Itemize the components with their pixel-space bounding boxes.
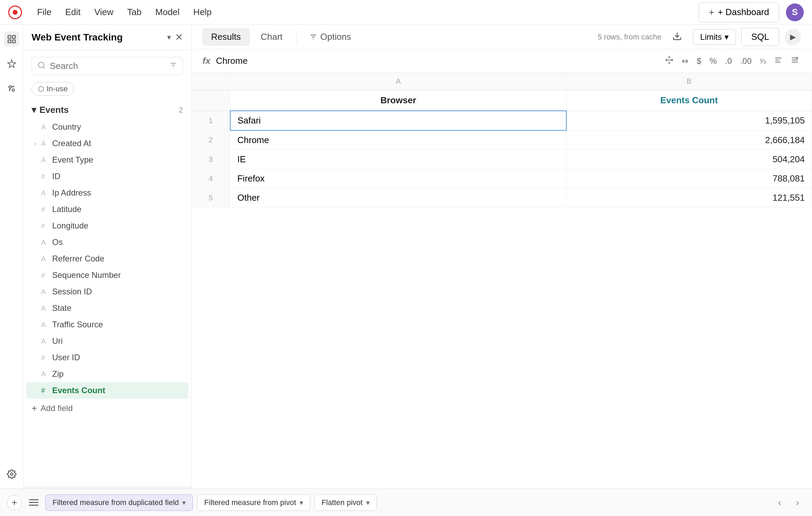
row-num-col bbox=[192, 90, 230, 111]
browser-cell[interactable]: Safari bbox=[230, 111, 566, 130]
sidebar-icon-settings[interactable] bbox=[4, 467, 19, 482]
filter-icon[interactable] bbox=[170, 61, 177, 71]
search-input[interactable] bbox=[50, 61, 165, 71]
tab-results[interactable]: Results bbox=[202, 28, 250, 45]
panel-dropdown-icon[interactable]: ▾ bbox=[167, 33, 171, 42]
options-button[interactable]: Options bbox=[302, 29, 358, 45]
num-type-icon: # bbox=[41, 354, 49, 362]
count-cell[interactable]: 788,081 bbox=[566, 169, 812, 188]
field-referrer-code[interactable]: A Referrer Code bbox=[26, 250, 188, 267]
browser-cell[interactable]: Firefox bbox=[230, 169, 566, 188]
events-count-field-header[interactable]: Events Count bbox=[566, 90, 812, 111]
sidebar-icon-grid[interactable] bbox=[4, 32, 19, 47]
svg-point-5 bbox=[12, 89, 14, 91]
menu-file[interactable]: File bbox=[30, 4, 58, 20]
text-type-icon: A bbox=[41, 321, 49, 329]
field-events-count[interactable]: # Events Count bbox=[26, 382, 188, 399]
format-align-left-icon[interactable] bbox=[772, 55, 785, 68]
count-cell[interactable]: 2,666,184 bbox=[566, 130, 812, 150]
text-type-icon: A bbox=[41, 337, 49, 345]
run-button[interactable]: ▶ bbox=[785, 29, 801, 45]
hamburger-menu-button[interactable] bbox=[26, 495, 41, 510]
table-row: 5 Other 121,551 bbox=[192, 188, 812, 208]
field-os[interactable]: A Os bbox=[26, 234, 188, 250]
num-type-icon: # bbox=[41, 222, 49, 230]
nav-next-button[interactable]: › bbox=[790, 495, 805, 510]
in-use-button[interactable]: ⬡ In-use bbox=[32, 82, 74, 96]
menu-edit[interactable]: Edit bbox=[58, 4, 88, 20]
tab-pill-label: Filtered measure from duplicated field bbox=[53, 498, 179, 507]
num-type-icon: # bbox=[41, 387, 49, 395]
formula-text[interactable]: Chrome bbox=[216, 56, 658, 66]
tab-dropdown-icon[interactable]: ▾ bbox=[182, 499, 186, 507]
tab-pill-label: Flatten pivot bbox=[322, 498, 363, 507]
tab-dropdown-icon[interactable]: ▾ bbox=[366, 499, 370, 507]
sidebar-icon-transform[interactable] bbox=[4, 81, 19, 96]
field-ip-address[interactable]: A Ip Address bbox=[26, 185, 188, 201]
search-icon bbox=[37, 61, 46, 71]
tab-chart[interactable]: Chart bbox=[252, 28, 291, 45]
fields-list: ▾ Events 2 A Country › A Created At A Ev… bbox=[23, 101, 191, 486]
field-created-at[interactable]: › A Created At bbox=[26, 135, 188, 152]
menu-help[interactable]: Help bbox=[186, 4, 218, 20]
tab-pill-3[interactable]: Flatten pivot ▾ bbox=[314, 494, 377, 511]
table-row: 4 Firefox 788,081 bbox=[192, 169, 812, 188]
count-cell[interactable]: 121,551 bbox=[566, 188, 812, 208]
sql-button[interactable]: SQL bbox=[741, 28, 779, 46]
avatar[interactable]: S bbox=[786, 3, 804, 21]
format-sort-icon[interactable] bbox=[789, 55, 801, 68]
format-percent-icon[interactable]: % bbox=[707, 55, 719, 67]
field-session-id[interactable]: A Session ID bbox=[26, 283, 188, 300]
num-type-icon: # bbox=[41, 173, 49, 180]
sidebar-icon-sparkle[interactable] bbox=[4, 56, 19, 71]
row-num: 2 bbox=[192, 130, 230, 150]
tab-dropdown-icon[interactable]: ▾ bbox=[300, 499, 303, 507]
text-type-icon: A bbox=[41, 288, 49, 296]
format-auto-icon[interactable] bbox=[663, 55, 675, 68]
tab-pill-2[interactable]: Filtered measure from pivot ▾ bbox=[197, 494, 310, 511]
field-id[interactable]: # ID bbox=[26, 168, 188, 185]
svg-rect-0 bbox=[8, 36, 11, 38]
browser-cell[interactable]: Other bbox=[230, 188, 566, 208]
count-cell[interactable]: 1,595,105 bbox=[566, 111, 812, 130]
search-bar[interactable] bbox=[32, 57, 183, 75]
format-decimal0-icon[interactable]: .0 bbox=[723, 55, 734, 67]
browser-cell[interactable]: Chrome bbox=[230, 130, 566, 150]
field-traffic-source[interactable]: A Traffic Source bbox=[26, 316, 188, 333]
events-section-header[interactable]: ▾ Events 2 bbox=[23, 101, 191, 119]
field-event-type[interactable]: A Event Type bbox=[26, 152, 188, 168]
field-sequence-number[interactable]: # Sequence Number bbox=[26, 267, 188, 283]
nav-prev-button[interactable]: ‹ bbox=[772, 495, 787, 510]
add-tab-button[interactable]: + bbox=[7, 495, 22, 510]
dashboard-button[interactable]: + + Dashboard bbox=[699, 2, 779, 22]
field-longitude[interactable]: # Longitude bbox=[26, 218, 188, 234]
field-state[interactable]: A State bbox=[26, 300, 188, 316]
menu-bar: File Edit View Tab Model Help + + Dashbo… bbox=[0, 0, 812, 25]
add-field-button[interactable]: + Add field bbox=[23, 399, 191, 418]
format-fraction-icon[interactable]: ¹⁄₃ bbox=[758, 56, 768, 67]
menu-view[interactable]: View bbox=[88, 4, 120, 20]
tab-pill-1[interactable]: Filtered measure from duplicated field ▾ bbox=[45, 494, 193, 511]
panel-close-button[interactable]: ✕ bbox=[175, 32, 183, 43]
count-cell[interactable]: 504,204 bbox=[566, 150, 812, 169]
field-user-id[interactable]: # User ID bbox=[26, 349, 188, 366]
format-currency-icon[interactable]: $ bbox=[695, 55, 703, 67]
browser-field-header[interactable]: Browser bbox=[230, 90, 566, 111]
field-uri[interactable]: A Uri bbox=[26, 333, 188, 349]
bottom-tabs: + Filtered measure from duplicated field… bbox=[0, 489, 812, 516]
right-panel: Results Chart Options 5 rows, from cache bbox=[192, 25, 812, 489]
panel-header: Web Event Tracking ▾ ✕ bbox=[23, 25, 191, 50]
limits-button[interactable]: Limits ▾ bbox=[693, 29, 736, 45]
menu-tab[interactable]: Tab bbox=[120, 4, 149, 20]
download-button[interactable] bbox=[667, 28, 687, 46]
format-decimal00-icon[interactable]: .00 bbox=[738, 55, 754, 67]
menu-model[interactable]: Model bbox=[149, 4, 187, 20]
format-expand-icon[interactable]: ⇔ bbox=[680, 55, 691, 67]
field-latitude[interactable]: # Latitude bbox=[26, 201, 188, 218]
col-b-header: B bbox=[566, 73, 812, 90]
field-zip[interactable]: A Zip bbox=[26, 366, 188, 382]
field-country[interactable]: A Country bbox=[26, 119, 188, 135]
link-icon: ⬡ bbox=[38, 85, 44, 93]
browser-cell[interactable]: IE bbox=[230, 150, 566, 169]
icon-sidebar bbox=[0, 25, 23, 489]
